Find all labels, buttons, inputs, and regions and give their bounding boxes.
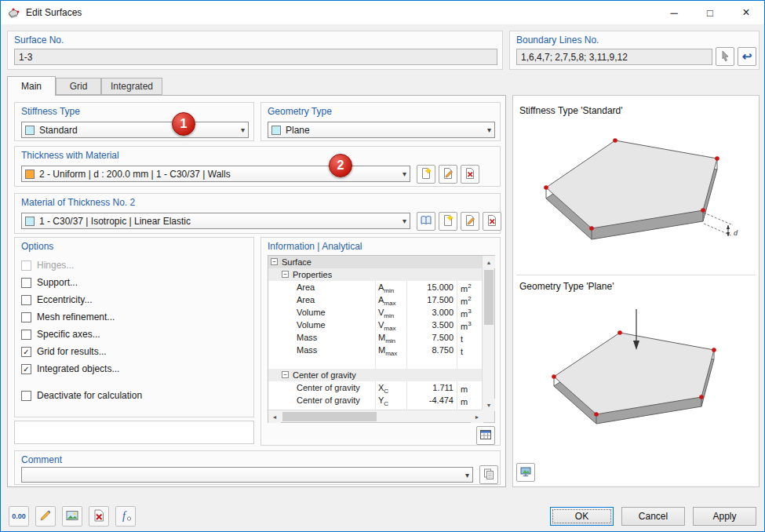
formula-button[interactable]: f: [115, 506, 136, 527]
table-row: Volume Vmin 3.000 m3: [268, 306, 483, 319]
table-row: Mass Mmax 8.750 t: [268, 344, 483, 356]
close-button[interactable]: ×: [728, 1, 764, 24]
delete-thickness-button[interactable]: [461, 165, 479, 184]
cancel-button[interactable]: Cancel: [621, 507, 685, 526]
copy-icon: [483, 468, 495, 483]
tab-grid[interactable]: Grid: [56, 78, 101, 95]
description-box: [14, 421, 254, 444]
ok-label: OK: [575, 511, 588, 522]
scroll-left-icon[interactable]: ◄: [268, 410, 281, 423]
surface-no-value: 1-3: [19, 52, 32, 63]
stiffness-swatch-icon: [25, 126, 35, 135]
options-label: Options: [21, 241, 53, 252]
horizontal-scrollbar[interactable]: ◄ ►: [268, 410, 483, 422]
apply-button[interactable]: Apply: [693, 507, 756, 526]
geometry-type-select[interactable]: Plane ▾: [268, 122, 495, 138]
window-title: Edit Surfaces: [26, 7, 82, 18]
checkbox-label: Deactivate for calculation: [37, 390, 142, 401]
thickness-value: 2 - Uniform | d : 200.0 mm | 1 - C30/37 …: [39, 169, 231, 180]
material-group: Material of Thickness No. 2 1 - C30/37 |…: [14, 193, 501, 234]
pick-lines-button[interactable]: [716, 47, 734, 66]
collapse-icon[interactable]: −: [282, 371, 289, 378]
checkbox-grid-for-results[interactable]: ✓ Grid for results...: [21, 344, 107, 359]
comment-template-button[interactable]: [479, 465, 498, 484]
open-table-button[interactable]: [476, 426, 495, 445]
tab-integrated[interactable]: Integrated: [101, 78, 162, 95]
information-tree: − Surface − Properties Area Amin 15.000 …: [268, 256, 483, 411]
checkbox-label: Support...: [37, 277, 78, 288]
reverse-selection-button[interactable]: ↩: [738, 47, 756, 66]
collapse-icon[interactable]: −: [271, 258, 278, 265]
tree-label: Surface: [282, 257, 311, 267]
thickness-swatch-icon: [25, 169, 35, 179]
units-icon: 0.00: [12, 512, 26, 520]
edit-thickness-button[interactable]: [439, 165, 457, 184]
checkbox-label: Eccentricity...: [37, 294, 92, 305]
vertical-scrollbar[interactable]: ▲ ▼: [482, 256, 494, 411]
checkbox-icon: [21, 312, 31, 322]
svg-text:f: f: [122, 510, 127, 522]
geometry-type-label: Geometry Type: [268, 106, 332, 117]
checkbox-mesh-refinement[interactable]: Mesh refinement...: [21, 310, 115, 324]
new-document-icon: [420, 167, 432, 182]
window-controls: ─ □ ×: [656, 1, 764, 24]
delete-cross-icon: [486, 214, 498, 229]
apply-label: Apply: [712, 511, 736, 522]
stiffness-preview-image: d: [523, 121, 750, 270]
comment-group: Comment ▾: [14, 450, 501, 485]
material-select[interactable]: 1 - C30/37 | Isotropic | Linear Elastic …: [21, 213, 410, 229]
edit-numbering-button[interactable]: [35, 506, 56, 527]
tree-label: Properties: [293, 270, 332, 279]
checkbox-icon: [21, 295, 31, 305]
table-row: Area Amin 15.000 m2: [268, 281, 483, 293]
new-material-button[interactable]: [439, 212, 457, 231]
geometry-preview-image: [523, 298, 750, 447]
table-row: Area Amax 17.500 m2: [268, 293, 483, 306]
checkbox-label: Grid for results...: [37, 346, 107, 357]
tab-main[interactable]: Main: [7, 76, 56, 96]
checkbox-integrated-objects[interactable]: ✓ Integrated objects...: [21, 362, 119, 376]
edit-material-button[interactable]: [461, 212, 479, 231]
information-table: − Surface − Properties Area Amin 15.000 …: [268, 255, 495, 423]
comment-label: Comment: [21, 454, 62, 465]
collapse-icon[interactable]: −: [282, 271, 289, 278]
tab-integrated-label: Integrated: [111, 81, 153, 92]
stiffness-type-select[interactable]: Standard ▾: [21, 122, 249, 138]
preview-panel: Stiffness Type 'Standard' d Geometry Typ…: [512, 95, 760, 487]
stiffness-type-label: Stiffness Type: [21, 106, 80, 117]
scroll-thumb[interactable]: [484, 270, 494, 325]
comment-select[interactable]: ▾: [21, 467, 473, 483]
scroll-up-icon[interactable]: ▲: [483, 256, 495, 268]
chevron-down-icon: ▾: [238, 126, 245, 134]
scroll-thumb[interactable]: [282, 412, 377, 421]
boundary-lines-input[interactable]: 1,6,4,7; 2,7,5,8; 3,11,9,12: [516, 49, 712, 65]
checkbox-deactivate-calculation[interactable]: Deactivate for calculation: [21, 388, 142, 403]
minimize-button[interactable]: ─: [656, 1, 692, 24]
tab-main-label: Main: [21, 81, 42, 92]
delete-cross-icon: [464, 167, 476, 182]
new-document-icon: [442, 214, 454, 229]
new-thickness-button[interactable]: [417, 165, 435, 184]
delete-material-button[interactable]: [483, 212, 501, 231]
chevron-down-icon: ▾: [462, 471, 469, 479]
tree-label: Center of gravity: [293, 370, 356, 380]
boundary-lines-group: Boundary Lines No. 1,6,4,7; 2,7,5,8; 3,1…: [509, 31, 760, 70]
edit-surfaces-dialog: Edit Surfaces ─ □ × Surface No. 1-3 Boun…: [0, 0, 765, 532]
cancel-label: Cancel: [639, 511, 668, 522]
pencil-icon: [38, 508, 53, 525]
checkbox-specific-axes[interactable]: Specific axes...: [21, 327, 100, 341]
rendering-button[interactable]: [62, 506, 82, 527]
display-options-button[interactable]: [516, 463, 535, 482]
checkbox-support[interactable]: Support...: [21, 275, 78, 290]
geometry-swatch-icon: [271, 126, 281, 135]
photo-icon: [65, 508, 79, 525]
checkbox-eccentricity[interactable]: Eccentricity...: [21, 293, 92, 307]
table-row: Mass Mmin 7.500 t: [268, 331, 483, 344]
units-button[interactable]: 0.00: [9, 506, 29, 527]
maximize-button[interactable]: □: [692, 1, 728, 24]
ok-button[interactable]: OK: [550, 507, 614, 526]
material-library-button[interactable]: [417, 212, 435, 231]
delete-surface-button[interactable]: [89, 506, 109, 527]
surface-no-input[interactable]: 1-3: [14, 49, 497, 65]
tree-row-center-of-gravity: − Center of gravity: [268, 369, 483, 381]
